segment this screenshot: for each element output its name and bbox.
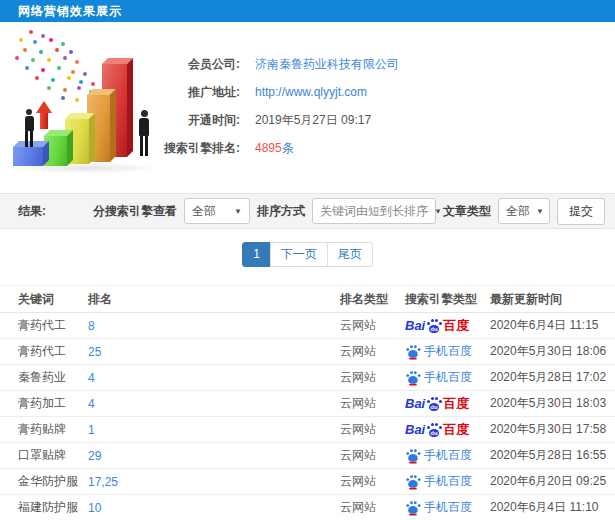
keyword-cell: 膏药贴牌 [18,421,88,438]
search-engine-cell: Bai du 百度 [405,317,490,335]
chevron-down-icon: ▼ [536,207,544,216]
update-time-cell: 2020年5月30日 18:03 [490,395,615,412]
baidu-paw-icon: du [426,319,442,333]
field-rank-count: 搜索引擎排名: 4895条 [95,134,399,162]
search-engine-cell: 手机百度 [405,369,490,386]
update-time-cell: 2020年5月28日 17:02 [490,369,615,386]
pagination: 1 下一页 尾页 [0,242,615,268]
mobile-baidu-logo: 手机百度 [405,369,490,386]
mobile-baidu-paw-icon [405,475,418,487]
rank-link[interactable]: 1 [88,423,340,437]
member-fields: 会员公司: 济南秦鲁药业科技有限公司 推广地址: http://www.qlyy… [95,50,399,162]
keyword-rank-table: 关键词 排名 排名类型 搜索引擎类型 最新更新时间 膏药代工8云网站 Bai d… [0,285,615,520]
keyword-cell: 口罩贴牌 [18,447,88,464]
rank-link[interactable]: 17,25 [88,475,340,489]
article-type-label: 文章类型 [443,203,491,220]
search-engine-cell: Bai du 百度 [405,395,490,413]
col-keyword: 关键词 [18,291,88,308]
open-time-value: 2019年5月27日 09:17 [255,112,371,129]
rank-type-cell: 云网站 [340,421,405,438]
table-row: 口罩贴牌29云网站 手机百度 2020年5月28日 16:55 [0,443,615,469]
mobile-baidu-paw-icon [405,501,418,513]
company-link[interactable]: 济南秦鲁药业科技有限公司 [255,56,399,73]
engine-view-select[interactable]: 全部▼ [184,198,250,224]
field-url: 推广地址: http://www.qlyyjt.com [95,78,399,106]
mobile-baidu-paw-icon [405,345,418,357]
rank-type-cell: 云网站 [340,473,405,490]
sort-label: 排序方式 [257,203,305,220]
table-row: 膏药加工4云网站 Bai du 百度 2020年5月30日 18:03 [0,391,615,417]
rank-link[interactable]: 4 [88,397,340,411]
table-row: 福建防护服10云网站 手机百度 2020年6月4日 11:10 [0,495,615,520]
chevron-down-icon: ▼ [234,207,242,216]
keyword-cell: 福建防护服 [18,499,88,516]
keyword-cell: 秦鲁药业 [18,369,88,386]
field-company: 会员公司: 济南秦鲁药业科技有限公司 [95,50,399,78]
keyword-cell: 膏药代工 [18,343,88,360]
update-time-cell: 2020年6月4日 11:10 [490,499,615,516]
filter-controls: 分搜索引擎查看 全部▼ 排序方式 关键词由短到长排序▼ 文章类型 全部▼ 提交 [93,198,605,225]
chart-bar-blue [13,147,43,166]
update-time-cell: 2020年5月28日 16:55 [490,447,615,464]
baidu-logo: Bai du 百度 [405,421,490,439]
mobile-baidu-logo: 手机百度 [405,447,490,464]
baidu-paw-icon: du [426,423,442,437]
promo-url-label: 推广地址: [95,84,240,101]
rank-type-cell: 云网站 [340,395,405,412]
rank-link[interactable]: 10 [88,501,340,515]
search-engine-cell: 手机百度 [405,447,490,464]
rank-count-link[interactable]: 4895条 [255,140,294,157]
page-title: 网络营销效果展示 [0,0,615,22]
chevron-down-icon: ▼ [434,207,442,216]
company-label: 会员公司: [95,56,240,73]
rank-link[interactable]: 8 [88,319,340,333]
confetti-decoration [11,28,15,32]
rank-type-cell: 云网站 [340,317,405,334]
col-rank-type: 排名类型 [340,291,405,308]
baidu-logo: Bai du 百度 [405,395,490,413]
rank-count-number[interactable]: 4895 [255,141,282,155]
result-label: 结果: [18,203,46,220]
baidu-logo: Bai du 百度 [405,317,490,335]
sort-select[interactable]: 关键词由短到长排序▼ [312,198,436,224]
businessman-figure-left [20,109,38,147]
field-open-time: 开通时间: 2019年5月27日 09:17 [95,106,399,134]
table-row: 秦鲁药业4云网站 手机百度 2020年5月28日 17:02 [0,365,615,391]
filter-bar: 结果: 分搜索引擎查看 全部▼ 排序方式 关键词由短到长排序▼ 文章类型 全部▼… [0,193,615,229]
rank-type-cell: 云网站 [340,447,405,464]
mobile-baidu-paw-icon [405,449,418,461]
keyword-cell: 膏药代工 [18,317,88,334]
rank-link[interactable]: 29 [88,449,340,463]
rank-link[interactable]: 25 [88,345,340,359]
member-info-section: 会员公司: 济南秦鲁药业科技有限公司 推广地址: http://www.qlyy… [0,22,615,193]
mobile-baidu-logo: 手机百度 [405,499,490,516]
rank-count-label: 搜索引擎排名: [95,140,240,157]
col-engine-type: 搜索引擎类型 [405,291,490,308]
last-page-button[interactable]: 尾页 [327,242,373,267]
next-page-button[interactable]: 下一页 [270,242,328,267]
rank-type-cell: 云网站 [340,343,405,360]
open-time-label: 开通时间: [95,112,240,129]
rank-type-cell: 云网站 [340,369,405,386]
rank-link[interactable]: 4 [88,371,340,385]
update-time-cell: 2020年6月4日 11:15 [490,317,615,334]
page-1-button[interactable]: 1 [242,242,271,267]
table-row: 膏药代工8云网站 Bai du 百度 2020年6月4日 11:15 [0,313,615,339]
rank-count-suffix[interactable]: 条 [282,141,294,155]
table-header-row: 关键词 排名 排名类型 搜索引擎类型 最新更新时间 [0,286,615,313]
mobile-baidu-logo: 手机百度 [405,343,490,360]
rank-type-cell: 云网站 [340,499,405,516]
submit-button[interactable]: 提交 [557,198,605,225]
baidu-paw-icon: du [426,397,442,411]
up-arrow-icon [36,101,53,129]
table-row: 膏药贴牌1云网站 Bai du 百度 2020年5月30日 17:58 [0,417,615,443]
update-time-cell: 2020年5月30日 18:06 [490,343,615,360]
promo-url-link[interactable]: http://www.qlyyjt.com [255,85,367,99]
col-update-time: 最新更新时间 [490,291,615,308]
engine-view-label: 分搜索引擎查看 [93,203,177,220]
search-engine-cell: Bai du 百度 [405,421,490,439]
mobile-baidu-logo: 手机百度 [405,473,490,490]
search-engine-cell: 手机百度 [405,343,490,360]
article-type-select[interactable]: 全部▼ [498,198,550,224]
keyword-cell: 金华防护服 [18,473,88,490]
